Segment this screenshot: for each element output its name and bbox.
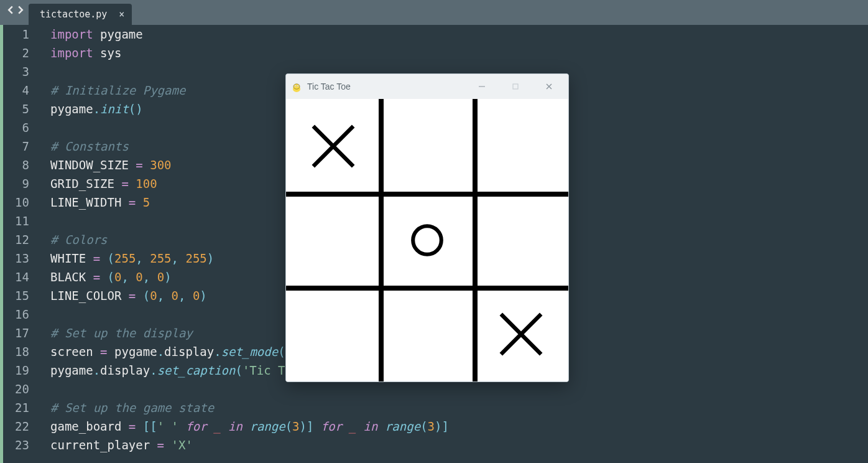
line-number: 9	[3, 174, 29, 193]
line-number: 11	[3, 212, 29, 230]
game-surface[interactable]	[286, 99, 568, 381]
game-cell[interactable]	[474, 193, 568, 287]
tab-filename: tictactoe.py	[40, 9, 107, 20]
game-cell[interactable]	[286, 99, 380, 193]
window-close-button[interactable]	[535, 74, 563, 99]
line-number: 5	[3, 100, 29, 118]
line-number: 14	[3, 268, 29, 286]
line-number: 23	[3, 436, 29, 454]
game-cell[interactable]	[474, 287, 568, 381]
nav-forward-icon[interactable]	[16, 5, 25, 17]
game-cell[interactable]	[380, 99, 474, 193]
window-maximize-button[interactable]	[501, 74, 530, 99]
line-number: 7	[3, 137, 29, 156]
game-cell[interactable]	[286, 287, 380, 381]
svg-rect-7	[513, 84, 518, 89]
code-line[interactable]	[50, 380, 868, 398]
line-number: 22	[3, 417, 29, 436]
game-cell[interactable]	[380, 193, 474, 287]
line-number: 6	[3, 118, 29, 137]
line-number: 8	[3, 156, 29, 174]
tab-bar: tictactoe.py ×	[0, 0, 868, 25]
line-number: 17	[3, 324, 29, 342]
mark-o-icon	[404, 217, 451, 264]
line-number: 19	[3, 361, 29, 380]
window-titlebar[interactable]: Tic Tac Toe	[286, 74, 568, 99]
tab-active[interactable]: tictactoe.py ×	[29, 4, 132, 25]
tab-close-icon[interactable]: ×	[119, 9, 124, 20]
window-minimize-button[interactable]	[468, 74, 496, 99]
line-number-gutter: 1234567891011121314151617181920212223	[3, 25, 38, 463]
game-cell[interactable]	[286, 193, 380, 287]
code-editor[interactable]: 1234567891011121314151617181920212223 im…	[0, 25, 868, 463]
svg-point-5	[298, 86, 298, 87]
line-number: 10	[3, 193, 29, 212]
code-line[interactable]: game_board = [[' ' for _ in range(3)] fo…	[50, 417, 868, 436]
svg-point-1	[293, 84, 300, 89]
line-number: 2	[3, 44, 29, 62]
mark-x-icon	[305, 118, 362, 175]
code-line[interactable]: current_player = 'X'	[50, 436, 868, 454]
code-line[interactable]: import sys	[50, 44, 868, 62]
line-number: 1	[3, 25, 29, 44]
window-title: Tic Tac Toe	[307, 77, 351, 96]
code-line[interactable]: import pygame	[50, 25, 868, 44]
line-number: 20	[3, 380, 29, 398]
line-number: 16	[3, 305, 29, 324]
line-number: 15	[3, 286, 29, 305]
line-number: 3	[3, 62, 29, 81]
game-cell[interactable]	[380, 287, 474, 381]
line-number: 4	[3, 81, 29, 100]
line-number: 18	[3, 342, 29, 361]
pygame-icon	[291, 81, 302, 92]
line-number: 13	[3, 249, 29, 268]
nav-arrows	[5, 0, 29, 25]
nav-back-icon[interactable]	[6, 5, 15, 17]
mark-x-icon	[492, 306, 550, 363]
line-number: 12	[3, 230, 29, 249]
svg-point-8	[413, 226, 441, 255]
line-number: 21	[3, 398, 29, 417]
game-cell[interactable]	[474, 99, 568, 193]
pygame-window[interactable]: Tic Tac Toe	[285, 73, 569, 382]
code-line[interactable]: # Set up the game state	[50, 398, 868, 417]
svg-point-3	[295, 86, 296, 87]
